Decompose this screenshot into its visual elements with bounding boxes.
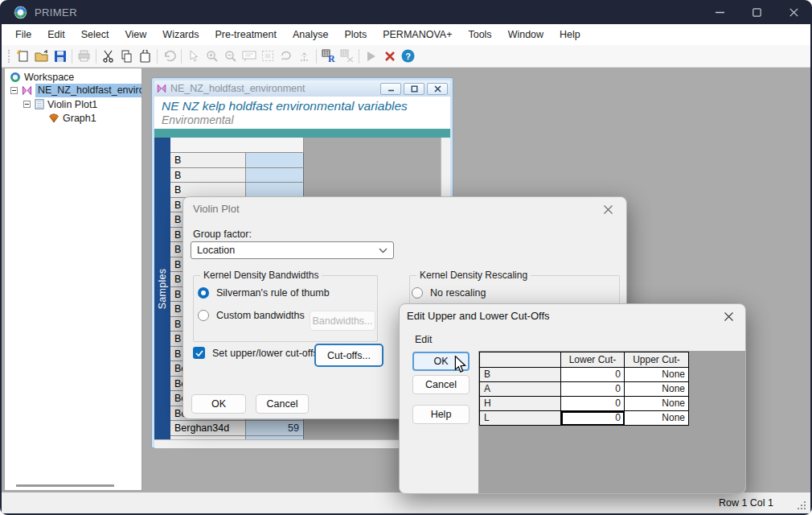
custom-bandwidths-radio-row[interactable]: Custom bandwidths bbox=[198, 310, 305, 321]
stop-icon[interactable] bbox=[380, 47, 399, 65]
rotate-icon bbox=[277, 47, 295, 65]
table-row-partial[interactable]: B bbox=[170, 183, 304, 198]
row-header[interactable]: H bbox=[480, 397, 561, 411]
tree-label-data[interactable]: NE_NZ_holdfast_environment bbox=[35, 84, 141, 97]
menu-wizards[interactable]: Wizards bbox=[154, 26, 207, 43]
tree-label-violin-plot[interactable]: Violin Plot1 bbox=[47, 99, 97, 110]
menu-help[interactable]: Help bbox=[552, 26, 588, 43]
menu-select[interactable]: Select bbox=[73, 26, 117, 43]
row-label[interactable]: Berghan34e bbox=[170, 436, 246, 440]
paste-icon[interactable] bbox=[136, 47, 154, 65]
active-cell[interactable]: 0 bbox=[561, 411, 625, 426]
statusbar: Row 1 Col 1 bbox=[2, 492, 810, 513]
table-row-partial[interactable]: B bbox=[170, 153, 304, 168]
sheet-teal-band bbox=[154, 129, 450, 138]
upper-cutoff-cell[interactable]: None bbox=[625, 397, 689, 411]
sheet-subheading: Environmental bbox=[154, 113, 450, 129]
zoom-in-icon bbox=[203, 47, 221, 65]
group-factor-select[interactable]: Location bbox=[191, 241, 394, 259]
close-button[interactable] bbox=[775, 0, 812, 24]
doc-minimize-button[interactable] bbox=[380, 83, 401, 95]
cutoffs-checkbox-row[interactable]: Set upper/lower cut-offs bbox=[193, 347, 318, 359]
cancel-button[interactable]: Cancel bbox=[256, 394, 309, 414]
silverman-radio-row[interactable]: Silverman's rule of thumb bbox=[198, 287, 330, 299]
menubar: File Edit Select View Wizards Pre-treatm… bbox=[2, 24, 810, 45]
collapse-expander-icon[interactable] bbox=[10, 87, 18, 94]
lower-cutoff-cell[interactable]: 0 bbox=[561, 368, 625, 382]
row-value[interactable]: 44 bbox=[246, 436, 304, 440]
menu-file[interactable]: File bbox=[7, 26, 39, 43]
help-icon[interactable]: ? bbox=[399, 47, 417, 65]
cancel-button[interactable]: Cancel bbox=[412, 375, 470, 394]
collapse-expander-icon[interactable] bbox=[23, 101, 31, 108]
menu-window[interactable]: Window bbox=[500, 26, 552, 43]
row-col-indicator: Row 1 Col 1 bbox=[719, 497, 773, 509]
doc-close-button[interactable] bbox=[427, 83, 448, 95]
radio-unselected-icon[interactable] bbox=[412, 287, 423, 299]
upper-cutoff-cell[interactable]: None bbox=[625, 411, 689, 426]
no-rescaling-radio-row[interactable]: No rescaling bbox=[412, 287, 486, 299]
table-row-partial[interactable]: B bbox=[170, 168, 304, 183]
help-button[interactable]: Help bbox=[412, 405, 470, 424]
document-titlebar[interactable]: NE_NZ_holdfast_environment bbox=[154, 80, 450, 97]
maximize-button[interactable] bbox=[738, 0, 775, 24]
hoist-icon bbox=[295, 47, 314, 65]
workspace-panel: Workspace NE_NZ_holdfast_environment Vio… bbox=[4, 68, 142, 491]
close-icon[interactable] bbox=[603, 204, 615, 216]
bandwidths-group-label: Kernel Density Bandwidths bbox=[200, 270, 322, 281]
upper-cutoff-cell[interactable]: None bbox=[625, 382, 689, 397]
graph-icon bbox=[48, 113, 59, 123]
minimize-button[interactable] bbox=[701, 0, 738, 24]
new-workspace-icon[interactable] bbox=[14, 47, 32, 65]
menu-analyse[interactable]: Analyse bbox=[285, 26, 336, 43]
row-label[interactable]: Berghan34d bbox=[170, 421, 246, 436]
open-workspace-icon[interactable] bbox=[32, 47, 51, 65]
checkbox-checked-icon[interactable] bbox=[193, 347, 205, 359]
resize-grip-icon[interactable] bbox=[798, 501, 806, 509]
row-header[interactable]: A bbox=[480, 382, 561, 397]
edit-menu[interactable]: Edit bbox=[415, 334, 433, 345]
row-value[interactable]: 59 bbox=[246, 421, 304, 436]
lower-cutoff-cell[interactable]: 0 bbox=[561, 382, 625, 397]
row-header[interactable]: L bbox=[480, 411, 561, 426]
menu-permanova[interactable]: PERMANOVA+ bbox=[375, 26, 460, 43]
dialog-title: Violin Plot bbox=[193, 203, 240, 215]
tree-item-workspace[interactable]: Workspace bbox=[5, 70, 141, 84]
save-icon[interactable] bbox=[51, 47, 69, 65]
primer-main-window: PRIMER File Edit Select View Wizards Pre… bbox=[0, 0, 812, 515]
no-rescaling-radio-label: No rescaling bbox=[430, 287, 486, 299]
sheet-heading: NE NZ kelp holdfast environmental variab… bbox=[154, 97, 450, 113]
radio-unselected-icon[interactable] bbox=[198, 310, 209, 321]
table-row[interactable]: Berghan34e44 bbox=[170, 436, 304, 440]
menu-view[interactable]: View bbox=[117, 26, 154, 43]
resemblance-r-icon[interactable]: R bbox=[319, 47, 338, 65]
row-header[interactable]: B bbox=[480, 368, 561, 382]
menu-plots[interactable]: Plots bbox=[336, 26, 375, 43]
tree-item-violin-plot[interactable]: Violin Plot1 bbox=[5, 97, 141, 111]
copy-icon[interactable] bbox=[117, 47, 136, 65]
lower-cutoff-cell[interactable]: 0 bbox=[561, 397, 625, 411]
close-icon[interactable] bbox=[724, 311, 736, 323]
print-icon bbox=[75, 47, 93, 65]
tree-label-graph[interactable]: Graph1 bbox=[63, 113, 96, 124]
ok-button[interactable]: OK bbox=[191, 394, 246, 414]
toolbar-grip bbox=[8, 50, 10, 63]
workspace-hscrollbar[interactable] bbox=[16, 484, 114, 487]
zoom-out-icon bbox=[221, 47, 240, 65]
bandwidths-button: Bandwidths... bbox=[310, 311, 375, 331]
tree-item-graph[interactable]: Graph1 bbox=[5, 111, 141, 125]
cutoffs-button[interactable]: Cut-offs... bbox=[314, 344, 383, 367]
tree-item-data[interactable]: NE_NZ_holdfast_environment bbox=[5, 84, 141, 97]
titlebar: PRIMER bbox=[0, 0, 812, 24]
group-factor-value: Location bbox=[197, 245, 379, 256]
select-region-icon bbox=[258, 47, 277, 65]
menu-pre-treatment[interactable]: Pre-treatment bbox=[207, 26, 284, 43]
cut-icon[interactable] bbox=[99, 47, 117, 65]
rescaling-group-label: Kernel Density Rescaling bbox=[416, 270, 531, 281]
doc-restore-button[interactable] bbox=[404, 83, 424, 95]
menu-tools[interactable]: Tools bbox=[460, 26, 499, 43]
upper-cutoff-cell[interactable]: None bbox=[625, 368, 689, 382]
table-row[interactable]: Berghan34d59 bbox=[170, 421, 304, 436]
radio-selected-icon[interactable] bbox=[198, 287, 209, 299]
menu-edit[interactable]: Edit bbox=[39, 26, 73, 43]
